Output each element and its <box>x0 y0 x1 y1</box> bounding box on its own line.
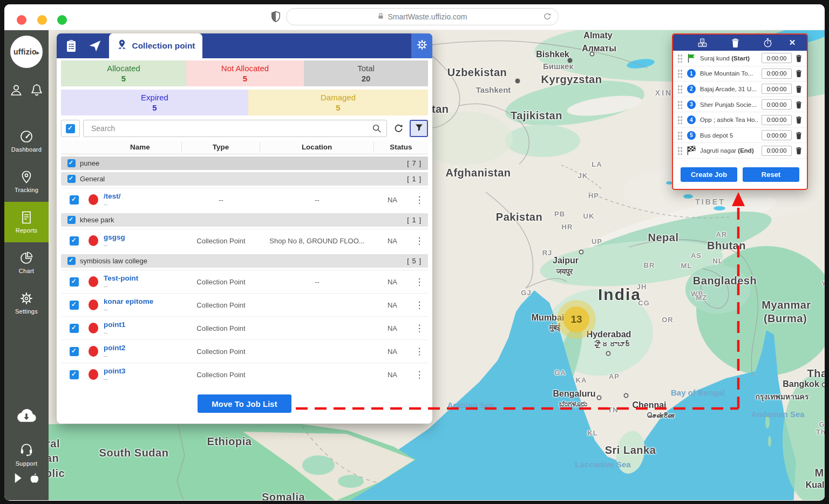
map-label: TN <box>608 406 618 414</box>
delete-stop-icon[interactable] <box>795 85 804 93</box>
panel-settings-button[interactable] <box>411 33 432 58</box>
row-checkbox[interactable] <box>70 236 79 246</box>
sidebar-item-label: Reports <box>16 227 38 234</box>
group-checkbox[interactable] <box>67 257 76 265</box>
search-icon[interactable] <box>372 124 382 133</box>
user-icon[interactable] <box>9 83 23 99</box>
delete-stop-icon[interactable] <box>795 131 804 140</box>
drag-handle[interactable] <box>677 131 683 140</box>
bell-icon[interactable] <box>30 83 44 99</box>
column-header-location[interactable]: Location <box>260 142 374 153</box>
column-header-name[interactable]: Name <box>99 142 182 153</box>
delete-stop-icon[interactable] <box>795 146 804 155</box>
clipboard-icon[interactable] <box>64 39 78 53</box>
drag-handle[interactable] <box>677 85 683 93</box>
stop-timer[interactable]: 0:00:00 <box>762 115 792 125</box>
group-checkbox[interactable] <box>67 159 76 167</box>
sidebar-item-dashboard[interactable]: Dashboard <box>4 121 49 161</box>
sidebar-item-support[interactable]: Support <box>16 441 38 467</box>
select-all-checkbox[interactable] <box>61 120 80 137</box>
table-row: Test-point--Collection Point--NA⋮ <box>61 270 428 293</box>
play-store-icon[interactable] <box>13 472 24 486</box>
kebab-menu-icon[interactable]: ⋮ <box>411 299 428 311</box>
stop-timer[interactable]: 0:00:00 <box>762 84 792 94</box>
stat-value: 5 <box>152 103 157 112</box>
kebab-menu-icon[interactable]: ⋮ <box>411 194 428 206</box>
apple-icon[interactable] <box>29 472 39 486</box>
delete-all-icon[interactable] <box>719 38 752 48</box>
delete-stop-icon[interactable] <box>795 115 804 124</box>
drag-handle[interactable] <box>677 100 683 109</box>
drag-handle[interactable] <box>677 69 683 78</box>
group-row[interactable]: khese park[ 1 ] <box>61 213 428 227</box>
sidebar-item-chart[interactable]: Chart <box>4 242 49 283</box>
group-checkbox[interactable] <box>67 216 76 224</box>
row-checkbox[interactable] <box>70 277 79 287</box>
drag-handle[interactable] <box>677 54 683 63</box>
stop-timer[interactable]: 0:00:00 <box>762 69 792 79</box>
job-stop-row: 2Bajaj Arcade, 31 U...0:00:00 <box>673 81 807 97</box>
delete-stop-icon[interactable] <box>795 69 804 78</box>
point-name-link[interactable]: konar epitome <box>104 297 153 305</box>
point-name-link[interactable]: point3 <box>104 367 126 375</box>
stop-timer[interactable]: 0:00:00 <box>762 53 792 63</box>
sidebar-item-tracking[interactable]: Tracking <box>4 161 49 202</box>
row-checkbox[interactable] <box>70 347 79 356</box>
map-canvas[interactable]: AlmatyАлматыBishkekБишкекUzbekistanKyrgy… <box>49 30 825 500</box>
uffizio-logo[interactable]: uffizio <box>10 36 43 68</box>
point-name-link[interactable]: point2 <box>104 344 126 352</box>
close-icon[interactable]: ✕ <box>784 38 800 47</box>
status-dot <box>89 346 98 357</box>
shield-icon[interactable] <box>271 11 281 23</box>
drag-handle[interactable] <box>677 115 683 124</box>
reset-button[interactable]: Reset <box>743 167 799 182</box>
tab-collection-point[interactable]: Collection point <box>109 33 202 58</box>
job-blocks-icon[interactable]: 013 <box>686 38 719 48</box>
kebab-menu-icon[interactable]: ⋮ <box>411 369 428 380</box>
group-row[interactable]: General[ 1 ] <box>61 172 428 186</box>
send-icon[interactable] <box>88 39 102 53</box>
kebab-menu-icon[interactable]: ⋮ <box>411 346 428 357</box>
move-to-job-list-button[interactable]: Move To Job List <box>198 394 291 413</box>
map-cluster-marker[interactable]: 13 <box>557 300 596 339</box>
map-label: Bhutan <box>707 240 746 252</box>
kebab-menu-icon[interactable]: ⋮ <box>411 323 428 334</box>
filter-button[interactable] <box>410 120 428 137</box>
row-checkbox[interactable] <box>70 370 79 379</box>
create-job-button[interactable]: Create Job <box>681 167 737 182</box>
refresh-icon[interactable] <box>390 120 406 137</box>
group-row[interactable]: symbiosis law college[ 5 ] <box>61 254 428 268</box>
minimize-window-button[interactable] <box>37 15 47 25</box>
column-header-status[interactable]: Status <box>374 142 428 153</box>
delete-stop-icon[interactable] <box>795 100 804 109</box>
group-checkbox[interactable] <box>67 175 76 183</box>
stop-timer[interactable]: 0:00:00 <box>762 130 792 140</box>
row-checkbox[interactable] <box>70 324 79 333</box>
point-status: NA <box>374 301 411 309</box>
close-window-button[interactable] <box>17 15 26 25</box>
point-name-link[interactable]: /test/ <box>104 192 121 200</box>
kebab-menu-icon[interactable]: ⋮ <box>411 276 428 288</box>
delete-stop-icon[interactable] <box>795 54 804 63</box>
cloud-download-icon[interactable] <box>15 406 38 427</box>
point-name-link[interactable]: point1 <box>104 321 126 329</box>
search-input[interactable] <box>83 120 387 137</box>
group-row[interactable]: punee[ 7 ] <box>61 156 428 170</box>
sidebar-item-settings[interactable]: Settings <box>4 283 49 323</box>
row-checkbox[interactable] <box>70 301 79 310</box>
row-checkbox[interactable] <box>70 195 79 205</box>
timer-icon[interactable] <box>751 38 784 48</box>
stop-timer[interactable]: 0:00:00 <box>762 99 792 110</box>
sidebar-item-reports[interactable]: Reports <box>4 202 49 242</box>
address-bar[interactable]: SmartWaste.uffizio.com <box>286 8 559 25</box>
column-header-type[interactable]: Type <box>182 142 260 153</box>
maximize-window-button[interactable] <box>57 15 67 25</box>
kebab-menu-icon[interactable]: ⋮ <box>411 235 428 247</box>
point-name-link[interactable]: Test-point <box>104 274 138 282</box>
reload-icon[interactable] <box>543 12 552 21</box>
point-type: Collection Point <box>182 348 260 356</box>
map-label: Pakistan <box>496 211 542 223</box>
point-name-link[interactable]: gsgsg <box>104 233 125 241</box>
stop-timer[interactable]: 0:00:00 <box>762 146 792 156</box>
drag-handle[interactable] <box>677 146 683 155</box>
